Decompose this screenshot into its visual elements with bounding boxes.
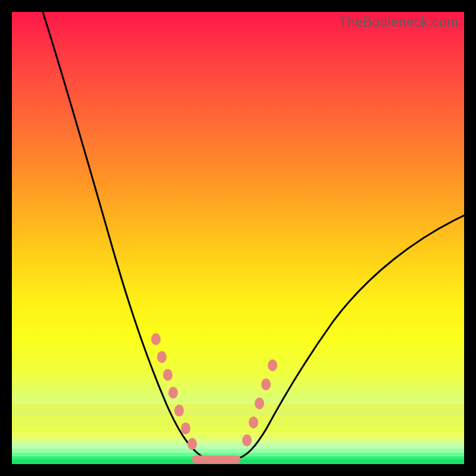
gradient-background xyxy=(12,12,464,464)
chart-frame: TheBottleneck.com xyxy=(12,12,464,464)
